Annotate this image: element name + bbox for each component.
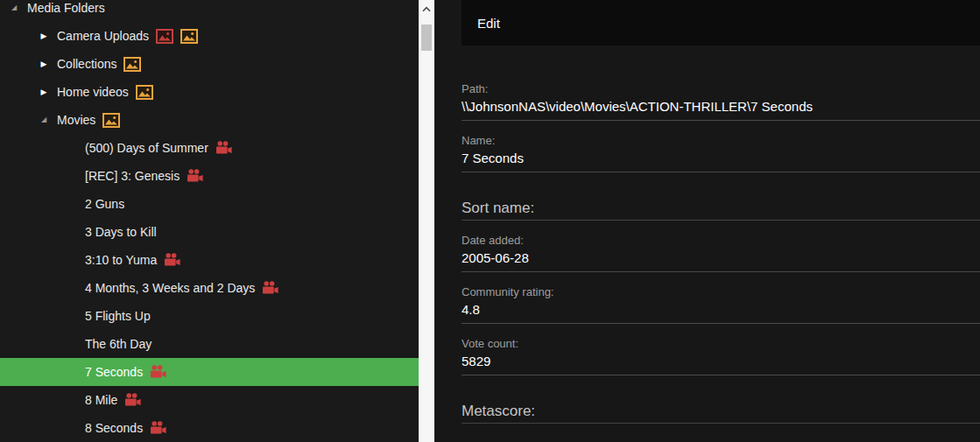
- tree-item-7-seconds[interactable]: 7 Seconds: [0, 358, 419, 386]
- image-icon-orange: [136, 85, 153, 100]
- expander-expanded-icon[interactable]: ◢: [9, 4, 19, 11]
- expander-collapsed-icon[interactable]: ▶: [39, 32, 49, 40]
- metadata-editor-panel: Edit Path:\\JohnsonNAS\video\Movies\ACTI…: [434, 0, 980, 442]
- library-tree-panel: ◢Media Folders▶Camera Uploads▶Collection…: [0, 0, 419, 442]
- tree-item-rec-3-genesis[interactable]: [REC] 3: Genesis: [0, 162, 419, 190]
- field-label: Date added:: [462, 233, 980, 248]
- movie-camera-icon: [215, 141, 232, 155]
- expander-collapsed-icon[interactable]: ▶: [39, 88, 49, 96]
- field-value-input[interactable]: 7 Seconds: [462, 150, 980, 172]
- tree-scrollbar[interactable]: [419, 0, 434, 442]
- tree-item-label: The 6th Day: [85, 337, 152, 351]
- image-icon-orange: [102, 113, 120, 128]
- tree-item-label: 3 Days to Kill: [85, 225, 157, 239]
- media-folders-tree: ◢Media Folders▶Camera Uploads▶Collection…: [0, 0, 419, 442]
- field-value-input[interactable]: 4.8: [462, 301, 980, 324]
- field-metascore: Metascore:: [462, 402, 980, 424]
- tree-item-label: Collections: [57, 57, 116, 71]
- media-manager-window: ◢Media Folders▶Camera Uploads▶Collection…: [0, 0, 980, 442]
- movie-camera-icon: [150, 365, 166, 379]
- image-icon-orange: [123, 57, 141, 72]
- field-value-input[interactable]: 5829: [462, 353, 980, 375]
- field-label: Name:: [462, 133, 980, 148]
- tree-item-media-folders[interactable]: ◢Media Folders: [0, 0, 419, 22]
- tree-item-label: 5 Flights Up: [85, 309, 151, 323]
- field-value-input[interactable]: 2005-06-28: [462, 249, 980, 272]
- tab-edit[interactable]: Edit: [462, 0, 516, 46]
- movie-camera-icon: [262, 281, 278, 295]
- tree-item-home-videos[interactable]: ▶Home videos: [0, 78, 419, 106]
- tree-item-label: 8 Mile: [85, 393, 117, 407]
- field-community-rating: Community rating:4.8: [462, 284, 980, 324]
- tree-item-label: [REC] 3: Genesis: [85, 169, 180, 183]
- movie-camera-icon: [124, 393, 141, 407]
- chevron-up-icon: [422, 0, 431, 16]
- tree-item-2-guns[interactable]: 2 Guns: [0, 190, 419, 218]
- tree-item-4-months-3-weeks-and-2-days[interactable]: 4 Months, 3 Weeks and 2 Days: [0, 274, 419, 302]
- image-icon-red: [156, 29, 173, 44]
- field-path: Path:\\JohnsonNAS\video\Movies\ACTION-TH…: [462, 81, 980, 121]
- tree-item-label: 4 Months, 3 Weeks and 2 Days: [85, 281, 255, 295]
- tree-item-label: 3:10 to Yuma: [85, 253, 157, 267]
- field-label: Path:: [462, 81, 980, 96]
- expander-collapsed-icon[interactable]: ▶: [39, 60, 49, 68]
- field-vote-count: Vote count:5829: [462, 336, 980, 375]
- tree-item-collections[interactable]: ▶Collections: [0, 50, 419, 78]
- expander-expanded-icon[interactable]: ◢: [39, 116, 49, 123]
- tree-item-8-mile[interactable]: 8 Mile: [0, 386, 419, 414]
- field-value-input[interactable]: \\JohnsonNAS\video\Movies\ACTION-THRILLE…: [462, 98, 980, 121]
- field-name: Name:7 Seconds: [462, 133, 980, 172]
- tree-item-movies[interactable]: ◢Movies: [0, 106, 419, 134]
- tree-item-label: 8 Seconds: [85, 421, 143, 435]
- field-sort-name: Sort name:: [462, 199, 980, 221]
- tree-item-label: Media Folders: [27, 1, 105, 15]
- field-empty-input[interactable]: Sort name:: [462, 199, 980, 221]
- metadata-form: Path:\\JohnsonNAS\video\Movies\ACTION-TH…: [462, 46, 980, 424]
- tree-item-label: 2 Guns: [85, 197, 124, 211]
- tree-item-label: (500) Days of Summer: [85, 141, 208, 155]
- tree-item-camera-uploads[interactable]: ▶Camera Uploads: [0, 22, 419, 50]
- tree-item-label: Movies: [57, 113, 95, 127]
- tree-item-label: Home videos: [57, 85, 129, 99]
- tree-item-label: 7 Seconds: [85, 365, 143, 379]
- movie-camera-icon: [150, 421, 166, 435]
- editor-tabbar: Edit: [462, 0, 980, 46]
- field-empty-input[interactable]: Metascore:: [462, 402, 980, 424]
- tree-item-500-days-of-summer[interactable]: (500) Days of Summer: [0, 134, 419, 162]
- movie-camera-icon: [187, 169, 203, 183]
- image-icon-orange: [180, 29, 198, 44]
- movie-camera-icon: [164, 253, 180, 267]
- field-label: Vote count:: [462, 336, 980, 351]
- field-label: Community rating:: [462, 284, 980, 299]
- tree-item-3-10-to-yuma[interactable]: 3:10 to Yuma: [0, 246, 419, 274]
- scrollbar-up-button[interactable]: [419, 0, 434, 16]
- field-date-added: Date added:2005-06-28: [462, 233, 980, 272]
- tree-item-the-6th-day[interactable]: The 6th Day: [0, 330, 419, 358]
- tree-item-label: Camera Uploads: [57, 29, 149, 43]
- scrollbar-thumb[interactable]: [421, 25, 432, 51]
- tree-item-5-flights-up[interactable]: 5 Flights Up: [0, 302, 419, 330]
- tree-item-3-days-to-kill[interactable]: 3 Days to Kill: [0, 218, 419, 246]
- tree-item-8-seconds[interactable]: 8 Seconds: [0, 414, 419, 442]
